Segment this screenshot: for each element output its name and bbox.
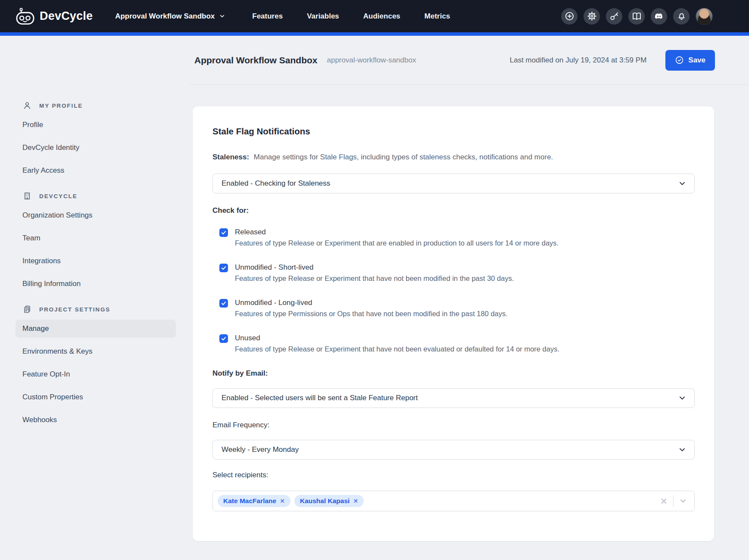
sidebar-heading-label: PROJECT SETTINGS	[39, 306, 110, 313]
sidebar-section-project-settings: PROJECT SETTINGS Manage Environments & K…	[16, 304, 176, 429]
staleness-select[interactable]: Enabled - Checking for Staleness	[212, 174, 695, 193]
create-button[interactable]	[561, 8, 577, 25]
sidebar-item-billing-information[interactable]: Billing Information	[16, 275, 176, 293]
primary-nav: Features Variables Audiences Metrics	[252, 12, 450, 21]
recipient-tag: Kate MacFarlane ✕	[218, 495, 290, 507]
recipient-name: Kaushal Kapasi	[300, 497, 350, 505]
notify-select-value: Enabled - Selected users will be sent a …	[222, 394, 418, 402]
sidebar-heading-label: MY PROFILE	[39, 103, 83, 109]
checkbox-unmodified-short-lived[interactable]	[219, 264, 228, 272]
check-label: Unmodified - Long-lived	[235, 298, 508, 308]
clear-all-icon[interactable]	[660, 497, 668, 505]
sidebar-item-devcycle-identity[interactable]: DevCycle Identity	[16, 139, 176, 157]
check-label: Released	[235, 227, 559, 237]
staleness-desc-text: Manage settings for Stale Flags, includi…	[254, 153, 553, 161]
discord-button[interactable]	[651, 8, 667, 25]
devcycle-logo[interactable]: DevCycle	[16, 8, 93, 25]
nav-link-metrics[interactable]: Metrics	[424, 12, 450, 21]
project-switcher[interactable]: Approval Workflow Sandbox	[115, 12, 225, 21]
recipient-name: Kate MacFarlane	[223, 497, 276, 505]
page-slug: approval-workflow-sandbox	[327, 56, 416, 65]
check-circle-icon	[675, 56, 684, 65]
stale-flag-notifications-card: Stale Flag Notifications Staleness: Mana…	[193, 106, 714, 541]
recipients-multiselect[interactable]: Kate MacFarlane ✕ Kaushal Kapasi ✕	[212, 491, 695, 511]
check-desc: Features of type Release or Experiment t…	[235, 273, 514, 284]
sidebar-item-custom-properties[interactable]: Custom Properties	[16, 388, 176, 406]
page-title: Approval Workflow Sandbox	[194, 55, 317, 65]
check-label: Unused	[235, 333, 559, 343]
check-desc: Features of type Release or Experiment t…	[235, 343, 559, 355]
person-icon	[22, 101, 32, 110]
check-desc: Features of type Release or Experiment t…	[235, 237, 559, 249]
nav-link-variables[interactable]: Variables	[307, 12, 339, 21]
sidebar-item-environments-keys[interactable]: Environments & Keys	[16, 342, 176, 361]
building-icon	[22, 191, 32, 201]
check-for-label: Check for:	[212, 205, 695, 216]
checkbox-released[interactable]	[219, 228, 228, 237]
navbar-actions	[561, 8, 749, 25]
card-title: Stale Flag Notifications	[212, 126, 695, 137]
project-switcher-label: Approval Workflow Sandbox	[115, 12, 215, 21]
user-avatar[interactable]	[696, 8, 713, 25]
key-icon	[609, 11, 619, 21]
check-option-unmodified-short-lived: Unmodified - Short-lived Features of typ…	[212, 262, 695, 284]
multiselect-controls	[660, 495, 687, 507]
sidebar-item-team[interactable]: Team	[16, 229, 176, 247]
settings-button[interactable]	[584, 8, 600, 25]
page-header: Approval Workflow Sandbox approval-workf…	[190, 36, 749, 85]
email-frequency-select[interactable]: Weekly - Every Monday	[212, 440, 695, 460]
clipboard-icon	[22, 305, 32, 314]
email-frequency-label: Email Frequency:	[212, 420, 695, 430]
nav-link-audiences[interactable]: Audiences	[363, 12, 400, 21]
sidebar-heading-my-profile: MY PROFILE	[16, 100, 176, 111]
gear-icon	[587, 11, 597, 21]
chevron-down-icon	[219, 13, 225, 19]
check-option-unmodified-long-lived: Unmodified - Long-lived Features of type…	[212, 298, 695, 319]
accent-bar	[0, 32, 749, 36]
frequency-select-value: Weekly - Every Monday	[222, 445, 299, 454]
notifications-button[interactable]	[673, 8, 690, 25]
remove-recipient-icon[interactable]: ✕	[280, 498, 285, 504]
sidebar-item-webhooks[interactable]: Webhooks	[16, 411, 176, 429]
top-navbar: DevCycle Approval Workflow Sandbox Featu…	[0, 0, 749, 32]
chevron-down-icon[interactable]	[679, 497, 687, 505]
discord-icon	[654, 11, 664, 22]
notify-by-email-select[interactable]: Enabled - Selected users will be sent a …	[212, 388, 695, 408]
settings-sidebar: MY PROFILE Profile DevCycle Identity Ear…	[16, 100, 176, 440]
select-recipients-label: Select recipients:	[212, 470, 695, 480]
sidebar-item-organization-settings[interactable]: Organization Settings	[16, 206, 176, 224]
checkbox-unused[interactable]	[219, 334, 228, 343]
sidebar-section-my-profile: MY PROFILE Profile DevCycle Identity Ear…	[16, 100, 176, 180]
devcycle-robot-icon	[16, 8, 35, 25]
sidebar-item-feature-opt-in[interactable]: Feature Opt-In	[16, 365, 176, 383]
check-desc: Features of type Permissions or Ops that…	[235, 308, 508, 319]
api-keys-button[interactable]	[606, 8, 622, 25]
sidebar-section-devcycle: DEVCYCLE Organization Settings Team Inte…	[16, 191, 176, 293]
brand-name: DevCycle	[40, 9, 93, 23]
main-area: Approval Workflow Sandbox approval-workf…	[0, 36, 749, 560]
sidebar-heading-devcycle: DEVCYCLE	[16, 191, 176, 201]
chevron-down-icon	[678, 445, 687, 454]
divider	[673, 495, 674, 507]
staleness-label: Staleness:	[212, 153, 249, 161]
sidebar-item-integrations[interactable]: Integrations	[16, 252, 176, 270]
sidebar-heading-label: DEVCYCLE	[39, 193, 78, 199]
remove-recipient-icon[interactable]: ✕	[353, 498, 358, 504]
chevron-down-icon	[678, 394, 687, 402]
recipient-tags: Kate MacFarlane ✕ Kaushal Kapasi ✕	[218, 495, 660, 507]
sidebar-item-profile[interactable]: Profile	[16, 116, 176, 134]
check-label: Unmodified - Short-lived	[235, 262, 514, 273]
bell-icon	[677, 11, 687, 21]
check-option-unused: Unused Features of type Release or Exper…	[212, 333, 695, 355]
last-modified-text: Last modified on July 19, 2024 at 3:59 P…	[510, 56, 647, 65]
staleness-select-value: Enabled - Checking for Staleness	[222, 179, 330, 188]
recipient-tag: Kaushal Kapasi ✕	[294, 495, 364, 507]
sidebar-item-early-access[interactable]: Early Access	[16, 162, 176, 180]
nav-link-features[interactable]: Features	[252, 12, 283, 21]
checkbox-unmodified-long-lived[interactable]	[219, 299, 228, 308]
sidebar-item-manage[interactable]: Manage	[16, 320, 176, 338]
docs-button[interactable]	[628, 8, 645, 25]
save-button[interactable]: Save	[665, 50, 715, 71]
chevron-down-icon	[678, 179, 687, 188]
check-option-released: Released Features of type Release or Exp…	[212, 227, 695, 249]
